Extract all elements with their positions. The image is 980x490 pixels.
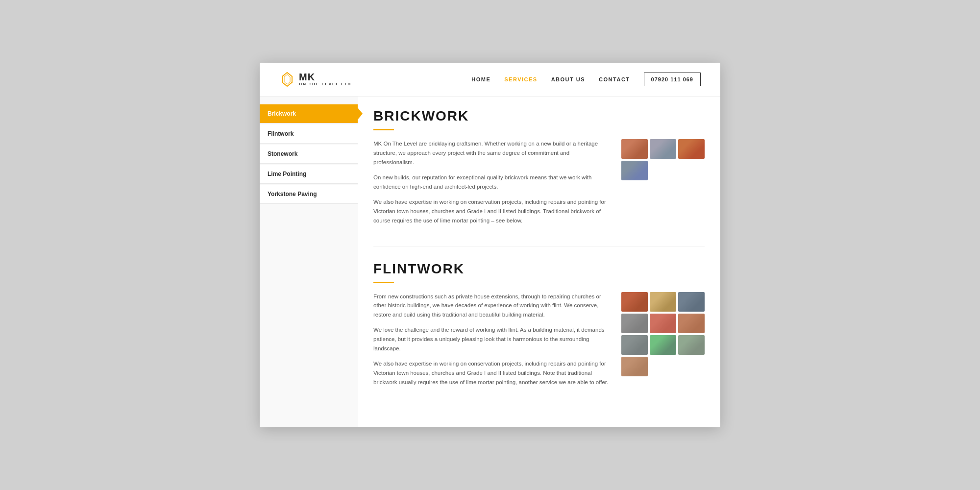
main-area: Brickwork Flintwork Stonework Lime Point… xyxy=(260,97,720,427)
flintwork-image-2[interactable] xyxy=(650,292,676,312)
brickwork-image-2[interactable] xyxy=(650,139,676,159)
nav-phone[interactable]: 07920 111 069 xyxy=(644,73,701,86)
flintwork-image-5[interactable] xyxy=(650,314,676,333)
header: MK ON THE LEVEL LTD HOME SERVICES ABOUT … xyxy=(260,63,720,97)
content-area: BRICKWORK MK On The Level are bricklayin… xyxy=(358,97,720,427)
flintwork-image-row-1 xyxy=(621,292,705,312)
flintwork-image-8[interactable] xyxy=(650,335,676,355)
brickwork-image-row-1 xyxy=(621,139,705,159)
flintwork-images xyxy=(621,292,705,393)
svg-marker-1 xyxy=(284,74,290,84)
flintwork-image-row-2 xyxy=(621,314,705,333)
brickwork-title: BRICKWORK xyxy=(373,108,705,124)
browser-window: MK ON THE LEVEL LTD HOME SERVICES ABOUT … xyxy=(260,63,720,427)
nav-home[interactable]: HOME xyxy=(471,76,490,82)
brickwork-text: MK On The Level are bricklaying craftsme… xyxy=(373,139,612,231)
brickwork-image-row-2 xyxy=(621,161,705,180)
flintwork-image-4[interactable] xyxy=(621,314,648,333)
brickwork-underline xyxy=(373,129,394,130)
sidebar: Brickwork Flintwork Stonework Lime Point… xyxy=(260,97,358,427)
logo-area[interactable]: MK ON THE LEVEL LTD xyxy=(279,72,351,87)
sidebar-item-yorkstone-paving[interactable]: Yorkstone Paving xyxy=(260,185,358,204)
brickwork-body: MK On The Level are bricklaying craftsme… xyxy=(373,139,705,231)
brickwork-image-1[interactable] xyxy=(621,139,648,159)
brickwork-p3: We also have expertise in working on con… xyxy=(373,197,612,225)
logo-text: MK ON THE LEVEL LTD xyxy=(299,72,351,87)
flintwork-underline xyxy=(373,282,394,283)
brickwork-section: BRICKWORK MK On The Level are bricklayin… xyxy=(373,108,705,231)
main-nav: HOME SERVICES ABOUT US CONTACT 07920 111… xyxy=(471,73,701,86)
brickwork-image-4[interactable] xyxy=(621,161,648,180)
flintwork-image-10[interactable] xyxy=(621,357,648,376)
flintwork-text: From new constructions such as private h… xyxy=(373,292,612,393)
flintwork-image-7[interactable] xyxy=(621,335,648,355)
nav-contact[interactable]: CONTACT xyxy=(599,76,630,82)
flintwork-image-9[interactable] xyxy=(678,335,705,355)
sidebar-item-lime-pointing[interactable]: Lime Pointing xyxy=(260,165,358,184)
sidebar-item-brickwork[interactable]: Brickwork xyxy=(260,104,358,123)
logo-subtitle: ON THE LEVEL LTD xyxy=(299,82,351,87)
section-divider xyxy=(373,246,705,246)
sidebar-item-flintwork[interactable]: Flintwork xyxy=(260,124,358,144)
flintwork-image-3[interactable] xyxy=(678,292,705,312)
brickwork-image-3[interactable] xyxy=(678,139,705,159)
flintwork-section: FLINTWORK From new constructions such as… xyxy=(373,261,705,393)
flintwork-image-row-3 xyxy=(621,335,705,355)
sidebar-item-stonework[interactable]: Stonework xyxy=(260,145,358,164)
flintwork-p2: We love the challenge and the reward of … xyxy=(373,325,612,353)
flintwork-p3: We also have expertise in working on con… xyxy=(373,359,612,387)
brickwork-p1: MK On The Level are bricklaying craftsme… xyxy=(373,139,612,167)
logo-mk: MK xyxy=(299,72,351,82)
flintwork-p1: From new constructions such as private h… xyxy=(373,292,612,320)
flintwork-image-6[interactable] xyxy=(678,314,705,333)
flintwork-image-row-4 xyxy=(621,357,705,376)
brickwork-p2: On new builds, our reputation for except… xyxy=(373,173,612,192)
flintwork-image-1[interactable] xyxy=(621,292,648,312)
flintwork-title: FLINTWORK xyxy=(373,261,705,277)
nav-services[interactable]: SERVICES xyxy=(504,76,537,82)
flintwork-body: From new constructions such as private h… xyxy=(373,292,705,393)
brickwork-images xyxy=(621,139,705,231)
logo-diamond-icon xyxy=(279,72,295,87)
nav-about-us[interactable]: ABOUT US xyxy=(551,76,585,82)
